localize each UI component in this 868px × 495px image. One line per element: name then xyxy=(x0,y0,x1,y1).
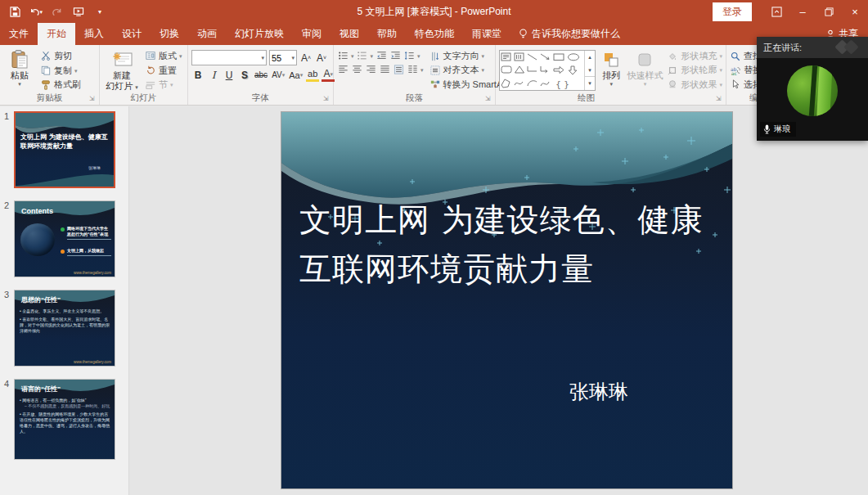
underline-button[interactable]: U xyxy=(223,68,236,82)
tab-review[interactable]: 审阅 xyxy=(293,23,331,45)
current-slide[interactable]: 文明上网 为建设绿色、健康互联网环境贡献力量 张琳琳 xyxy=(281,111,733,489)
redo-button[interactable] xyxy=(51,5,64,18)
shape-effects-button[interactable]: 形状效果▾ xyxy=(667,78,722,92)
participant-name: 琳琅 xyxy=(774,124,790,135)
paste-button[interactable]: 粘贴 ▾ xyxy=(3,47,36,92)
thumbnail-row-1: 1 文明上网 为建设绿色、健康互联网环境贡献力量 张琳琳 xyxy=(0,111,128,190)
svg-text:ac: ac xyxy=(731,70,737,75)
font-size-combo[interactable]: ▾ xyxy=(269,50,297,65)
font-name-combo[interactable]: ▾ xyxy=(191,50,267,65)
ribbon-display-options-button[interactable] xyxy=(763,0,789,23)
tab-insert[interactable]: 插入 xyxy=(75,23,113,45)
shapes-gallery[interactable]: { } ▴ ▾ ▾ xyxy=(499,50,596,91)
shapes-gallery-scrollbar[interactable]: ▴ ▾ ▾ xyxy=(584,51,595,90)
align-right-button[interactable] xyxy=(365,64,376,75)
shape-fill-icon xyxy=(667,51,678,62)
slide-thumbnail-2[interactable]: Contents 网络环境下当代大学生思想行为的“任性”表现 文明上网，从我做起… xyxy=(14,200,115,277)
slide-title-text[interactable]: 文明上网 为建设绿色、健康互联网环境贡献力量 xyxy=(299,196,718,294)
slide-author-text[interactable]: 张琳琳 xyxy=(569,379,628,405)
slide-thumbnail-3[interactable]: 思想的“任性” • 全盘西化、享乐主义、拜金主义等不良思想。 • 喜欢听外文歌、… xyxy=(14,290,115,367)
group-clipboard: 粘贴 ▾ 剪切 复制▾ 格式刷 剪贴板 ⇲ xyxy=(0,45,100,105)
close-button[interactable]: × xyxy=(842,0,868,23)
layout-button[interactable]: 版式▾ xyxy=(143,49,184,63)
decrease-indent-button[interactable] xyxy=(376,50,387,61)
customize-qat-button[interactable]: ▾ xyxy=(93,5,106,18)
minimize-button[interactable]: – xyxy=(789,0,816,23)
reset-label: 重置 xyxy=(159,65,177,77)
section-button[interactable]: 节▾ xyxy=(143,78,184,92)
meeting-header[interactable]: 正在讲话: xyxy=(757,37,868,58)
numbering-button[interactable] xyxy=(357,50,368,61)
new-slide-button[interactable]: 新建 幻灯片 ▾ xyxy=(103,47,141,92)
shapes-scroll-up-icon[interactable]: ▴ xyxy=(585,51,595,64)
undo-icon xyxy=(29,7,39,17)
sign-in-button[interactable]: 登录 xyxy=(713,2,752,21)
tab-file[interactable]: 文件 xyxy=(0,23,38,45)
save-button[interactable] xyxy=(8,5,21,18)
copy-button[interactable]: 复制▾ xyxy=(38,64,83,78)
reset-button[interactable]: 重置 xyxy=(143,64,184,78)
tab-special-features[interactable]: 特色功能 xyxy=(406,23,463,45)
slide-canvas[interactable]: 文明上网 为建设绿色、健康互联网环境贡献力量 张琳琳 xyxy=(129,106,868,495)
arrange-button[interactable]: 排列 ▾ xyxy=(598,47,625,92)
line-spacing-button[interactable] xyxy=(403,50,415,61)
font-color-button[interactable]: A▾ xyxy=(322,68,335,82)
strikethrough-button[interactable]: abc xyxy=(254,68,268,82)
shapes-more-icon[interactable]: ▾ xyxy=(585,76,595,90)
restore-button[interactable] xyxy=(816,0,842,23)
slide-thumbnail-4[interactable]: 语言的“任性” • 网络语言，有一些负面的，如“你妹” – 不仅不感到恶意，反而… xyxy=(14,379,115,460)
start-slideshow-button[interactable] xyxy=(72,5,85,18)
bold-button[interactable]: B xyxy=(191,68,205,82)
shape-fill-caret-icon: ▾ xyxy=(719,53,722,59)
thumbnail-row-4: 4 语言的“任性” • 网络语言，有一些负面的，如“你妹” – 不仅不感到恶意，… xyxy=(0,379,128,457)
tab-help[interactable]: 帮助 xyxy=(368,23,406,45)
tab-animations[interactable]: 动画 xyxy=(188,23,226,45)
shape-fill-button[interactable]: 形状填充▾ xyxy=(667,49,722,63)
smartart-icon xyxy=(430,79,441,90)
justify-button[interactable] xyxy=(379,64,390,75)
increase-font-size-button[interactable]: A˄ xyxy=(299,51,313,65)
increase-indent-button[interactable] xyxy=(389,50,401,61)
tab-design[interactable]: 设计 xyxy=(113,23,151,45)
align-left-button[interactable] xyxy=(337,64,349,75)
ribbon: 粘贴 ▾ 剪切 复制▾ 格式刷 剪贴板 ⇲ 新建 幻灯片 ▾ 版式▾ 重置 节▾ xyxy=(0,45,868,106)
tell-me-box[interactable]: 告诉我你想要做什么 xyxy=(510,23,628,45)
decrease-font-size-button[interactable]: A˅ xyxy=(315,51,328,65)
participant-avatar xyxy=(787,65,838,116)
change-case-button[interactable]: Aa▾ xyxy=(288,68,304,82)
font-dialog-launcher[interactable]: ⇲ xyxy=(323,96,331,103)
italic-button[interactable]: I xyxy=(207,68,220,82)
tab-transitions[interactable]: 切换 xyxy=(151,23,188,45)
tab-rain-classroom[interactable]: 雨课堂 xyxy=(463,23,510,45)
layout-icon xyxy=(145,50,156,61)
format-painter-button[interactable]: 格式刷 xyxy=(38,78,83,92)
tab-view[interactable]: 视图 xyxy=(331,23,368,45)
font-size-input[interactable] xyxy=(272,53,291,63)
cut-button[interactable]: 剪切 xyxy=(38,49,83,63)
quick-styles-button[interactable]: 快速样式 ▾ xyxy=(627,47,663,92)
align-center-button[interactable] xyxy=(351,64,362,75)
thumb1-wave-bottom-art xyxy=(16,173,114,187)
tab-slideshow[interactable]: 幻灯片放映 xyxy=(226,23,293,45)
microphone-icon xyxy=(763,124,771,134)
distribute-button[interactable] xyxy=(393,64,404,75)
slide-thumbnail-1[interactable]: 文明上网 为建设绿色、健康互联网环境贡献力量 张琳琳 xyxy=(14,111,115,188)
shape-outline-button[interactable]: 形状轮廓▾ xyxy=(667,63,722,77)
bullets-button[interactable] xyxy=(337,50,349,61)
restore-icon xyxy=(825,7,834,16)
quick-access-toolbar: ▾ ▾ xyxy=(0,5,106,18)
arrange-caret-icon: ▾ xyxy=(609,81,613,87)
tab-home[interactable]: 开始 xyxy=(38,23,75,45)
font-name-input[interactable] xyxy=(194,53,261,63)
drawing-dialog-launcher[interactable]: ⇲ xyxy=(716,96,723,103)
columns-button[interactable] xyxy=(407,64,418,75)
shapes-scroll-down-icon[interactable]: ▾ xyxy=(585,64,595,77)
text-shadow-button[interactable]: S xyxy=(238,68,251,82)
highlight-color-button[interactable]: ab xyxy=(306,68,319,82)
thumb4-title: 语言的“任性” xyxy=(21,385,61,394)
meeting-video-area[interactable]: 琳琅 xyxy=(757,58,868,141)
clipboard-dialog-launcher[interactable]: ⇲ xyxy=(89,96,97,103)
slideshow-icon xyxy=(73,7,84,17)
undo-button[interactable]: ▾ xyxy=(29,5,43,18)
character-spacing-button[interactable]: AV▾ xyxy=(271,68,286,82)
